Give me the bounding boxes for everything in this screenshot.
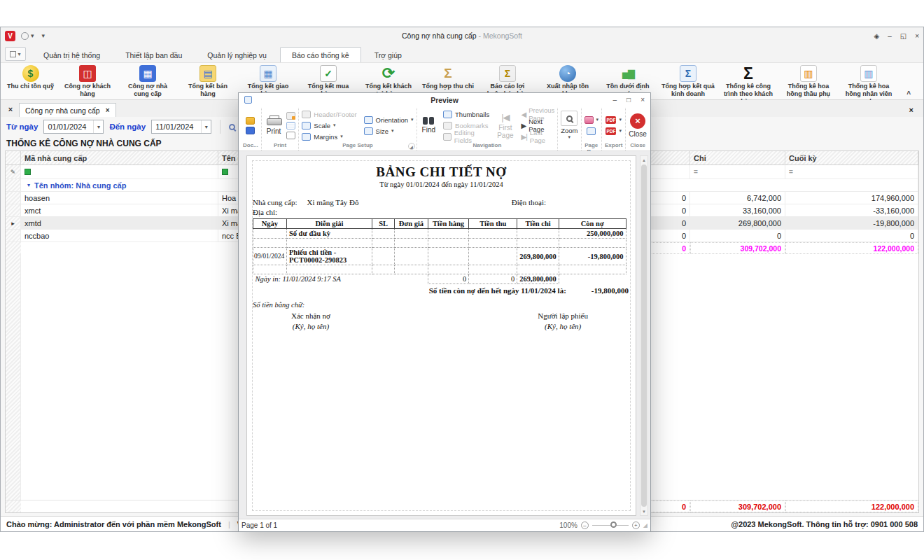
scrollbar-thumb[interactable]: [641, 164, 647, 507]
minimize-icon[interactable]: –: [888, 32, 892, 40]
zoom-dropdown[interactable]: Zoom: [561, 127, 578, 134]
ribbon-item-cong-no-nha-cung-cap[interactable]: ▦Công nợ nhà cung cấp: [118, 65, 178, 98]
cell-chi[interactable]: 0: [690, 230, 785, 242]
zoom-button[interactable]: [561, 111, 578, 126]
maximize-icon[interactable]: □: [626, 96, 631, 104]
cell-code[interactable]: xmct: [21, 204, 218, 217]
column-header-chi[interactable]: Chi: [690, 151, 785, 165]
refresh-icon: ⟳: [380, 65, 397, 82]
margins-button[interactable]: Margins▾: [302, 132, 356, 141]
export-document-button[interactable]: PDF▾: [606, 115, 622, 125]
page-color-button[interactable]: ▾: [584, 115, 599, 125]
cell-code[interactable]: xmtd: [21, 217, 218, 230]
cell-cuoi-ky[interactable]: -19,800,000: [785, 217, 918, 230]
checklist-icon: ✓: [320, 65, 337, 82]
cell-code[interactable]: nccbao: [21, 230, 218, 242]
tab-thiet-lap-ban-dau[interactable]: Thiết lập ban đầu: [113, 47, 194, 62]
watermark-button[interactable]: [587, 127, 596, 136]
close-panel-icon[interactable]: ×: [909, 106, 913, 114]
open-folder-icon[interactable]: [246, 117, 255, 125]
filter-cell-chi[interactable]: =: [690, 165, 785, 179]
scroll-down-icon[interactable]: ▼: [642, 507, 646, 515]
from-date-input[interactable]: 01/01/2024 ▾: [43, 120, 104, 134]
collapse-ribbon-icon[interactable]: ^: [906, 90, 911, 98]
quick-print-icon[interactable]: [286, 112, 295, 120]
cell-chi[interactable]: 6,742,000: [690, 192, 785, 204]
cell-chi[interactable]: 269,800,000: [690, 217, 785, 230]
ribbon-item-thu-chi-ton-quy[interactable]: $Thu chi tồn quỹ: [4, 65, 57, 90]
resize-grip-icon[interactable]: ◢: [643, 522, 648, 528]
ribbon-menu-button[interactable]: ▾: [5, 47, 26, 61]
row-indicator: ▸: [6, 217, 21, 230]
ribbon-item-tong-ket-ban-hang[interactable]: ▤Tổng kết bán hàng: [178, 65, 238, 98]
column-header-cuoi-ky[interactable]: Cuối kỳ: [785, 151, 918, 165]
column-header-code[interactable]: Mã nhà cung cấp: [21, 151, 218, 165]
search-icon: [229, 124, 235, 130]
scrollbar-vertical[interactable]: ▲ ▼: [640, 155, 648, 516]
preview-title-bar[interactable]: Preview – □ ×: [239, 93, 650, 106]
ribbon-item-ket-qua-kinh-doanh[interactable]: ΣTổng hợp kết quả kinh doanh: [658, 65, 718, 98]
commission-table-icon: ▥: [800, 65, 817, 82]
restore-icon[interactable]: ◱: [900, 32, 906, 40]
cell-cuoi-ky[interactable]: 0: [785, 230, 918, 242]
screen: V ▾ ▾ Công nợ nhà cung cấp - MekongSoft …: [0, 0, 924, 560]
group-total-cuoi-ky: 122,000,000: [785, 242, 918, 254]
chevron-down-icon[interactable]: ▾: [31, 32, 34, 39]
ribbon-item-tong-hop-thu-chi[interactable]: ΣTổng hợp thu chi: [419, 65, 477, 90]
close-tab-button[interactable]: ×: [5, 104, 16, 115]
send-email-button[interactable]: PDF▾: [606, 127, 622, 136]
scroll-up-icon[interactable]: ▲: [642, 156, 646, 164]
save-icon[interactable]: [246, 127, 255, 134]
cell-cuoi-ky[interactable]: -33,160,000: [785, 204, 918, 217]
size-button[interactable]: Size▾: [364, 127, 414, 136]
row-indicator: [6, 179, 21, 192]
tab-bao-cao-thong-ke[interactable]: Báo cáo thống kê: [280, 47, 361, 62]
tab-cong-no-nha-cung-cap[interactable]: Công nợ nhà cung cấp ×: [19, 103, 116, 117]
tab-tro-giup[interactable]: Trợ giúp: [363, 47, 414, 62]
close-icon[interactable]: ×: [915, 32, 919, 40]
ribbon-item-hoa-hong-thau-phu[interactable]: ▥Thống kê hoa hồng thầu phụ: [778, 65, 839, 98]
filter-cell-code[interactable]: [21, 165, 218, 179]
dialog-launcher-icon[interactable]: ◢: [408, 143, 415, 150]
minimize-icon[interactable]: –: [613, 96, 617, 104]
page-copy-icon[interactable]: [286, 132, 295, 139]
close-preview-button[interactable]: ×: [630, 113, 645, 129]
thumbnails-button[interactable]: Thumbnails: [443, 110, 489, 119]
chevron-down-icon[interactable]: ▾: [93, 120, 103, 133]
cell-code[interactable]: hoasen: [21, 192, 218, 204]
close-icon[interactable]: ×: [106, 106, 110, 114]
window-title: Công nợ nhà cung cấp: [402, 31, 477, 40]
filter-cell-cuoi-ky[interactable]: =: [785, 165, 918, 179]
cell-cuoi-ky[interactable]: 174,960,000: [785, 192, 918, 204]
zoom-slider-thumb[interactable]: [610, 522, 617, 528]
zoom-out-icon[interactable]: –: [581, 522, 589, 529]
print-button[interactable]: Print: [265, 115, 284, 135]
group-page-setup: Header/Footer Scale▾ Margins▾ Orientatio…: [299, 108, 416, 150]
supplier-label: Nhà cung cấp:: [253, 198, 298, 206]
quick-access-icon[interactable]: [21, 32, 29, 40]
find-button[interactable]: Find: [420, 117, 438, 134]
to-date-input[interactable]: 11/01/2024 ▾: [151, 120, 211, 134]
divider: |: [228, 520, 230, 528]
ribbon-item-cong-no-khach-hang[interactable]: ◫Công nợ khách hàng: [57, 65, 118, 98]
collapse-group-icon[interactable]: ▾: [27, 182, 30, 188]
zoom-in-icon[interactable]: +: [632, 522, 640, 529]
orientation-button[interactable]: Orientation▾: [364, 115, 414, 125]
ribbon-item-label: Thu chi tồn quỹ: [7, 83, 54, 90]
chevron-down-icon[interactable]: ▾: [201, 120, 211, 133]
tab-quan-ly-nghiep-vu[interactable]: Quản lý nghiệp vụ: [195, 47, 279, 62]
zoom-slider[interactable]: [592, 525, 629, 526]
scale-button[interactable]: Scale▾: [302, 121, 356, 130]
close-icon[interactable]: ×: [640, 96, 645, 104]
ribbon-item-hoa-hong-nhan-vien-sale[interactable]: ▥Thống kê hoa hồng nhân viên sale: [839, 65, 899, 105]
print-selection-icon[interactable]: [286, 122, 295, 130]
opening-balance-row: Số dư đầu kỳ 250,000,000: [253, 229, 626, 239]
tab-quan-tri-he-thong[interactable]: Quản trị hệ thống: [31, 47, 112, 62]
cell-chi[interactable]: 33,160,000: [690, 204, 785, 217]
table-sigma-icon: Σ: [680, 65, 696, 82]
ribbon-item-cong-trinh-khach-hang[interactable]: ΣThống kê công trình theo khách hàng: [718, 65, 778, 105]
pin-icon[interactable]: ◈: [874, 32, 879, 40]
page-count-text: Page 1 of 1: [241, 522, 277, 529]
preview-toolbar: Doc... Print Print: [239, 106, 650, 151]
toolbar-customize-icon[interactable]: ▾: [42, 32, 46, 39]
